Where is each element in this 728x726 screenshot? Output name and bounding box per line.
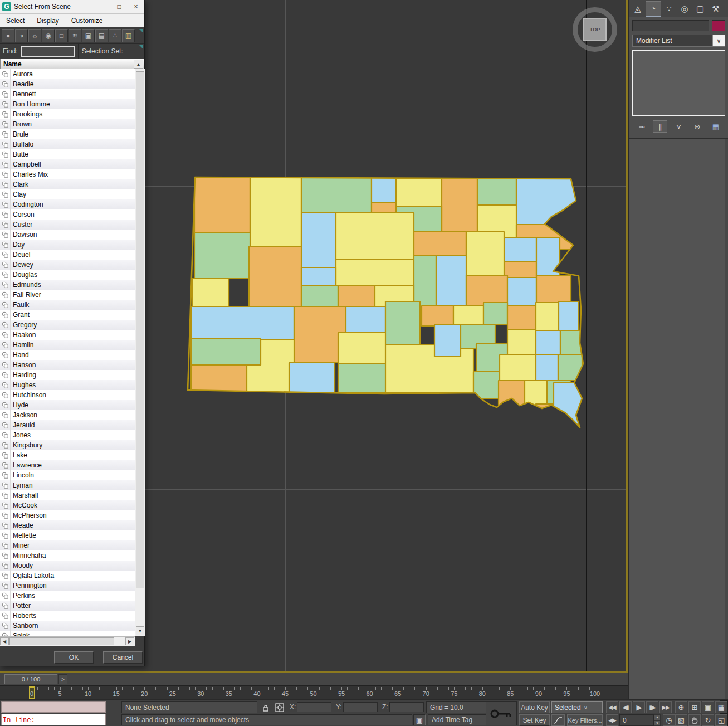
x-coordinate-field[interactable] [297,702,331,712]
vertical-scroll-thumb[interactable] [136,71,144,588]
scene-object-row[interactable]: Sanborn [0,621,135,631]
play-button[interactable]: ▶ [633,701,645,713]
scene-object-row[interactable]: Spink [0,631,135,636]
county-shape[interactable] [483,303,507,325]
scene-object-row[interactable]: Davison [0,230,135,240]
scene-object-row[interactable]: Hanson [0,360,135,370]
key-set-dropdown[interactable]: Selected ∨ [551,701,603,713]
county-shape[interactable] [191,365,247,392]
county-shape[interactable] [301,285,338,306]
scene-object-row[interactable]: Oglala Lakota [0,571,135,581]
menu-display[interactable]: Display [31,14,65,27]
scene-object-row[interactable]: Dewey [0,260,135,270]
tab-hierarchy[interactable]: ∵ [661,1,677,17]
tab-motion[interactable]: ◎ [677,1,692,17]
modifier-list-dropdown[interactable]: Modifier List ∨ [632,35,725,47]
display-shapes-icon[interactable]: ◑ [15,29,28,42]
minimize-button[interactable]: — [94,1,111,13]
find-input[interactable] [21,46,75,57]
scene-object-row[interactable]: Deuel [0,250,135,260]
chevron-down-icon[interactable]: ∨ [712,35,725,46]
name-column-header[interactable]: Name ▲ [0,59,144,69]
scene-object-row[interactable]: Hughes [0,380,135,390]
scene-object-row[interactable]: Clay [0,189,135,199]
scene-object-row[interactable]: Brule [0,129,135,139]
scene-object-row[interactable]: Beadle [0,79,135,89]
scroll-down-arrow[interactable]: ▼ [136,626,144,635]
key-filters-button[interactable]: Key Filters... [567,714,603,726]
south-dakota-county-map[interactable] [187,176,585,431]
county-shape[interactable] [559,301,579,332]
county-shape[interactable] [499,381,525,405]
county-shape[interactable] [466,232,504,275]
county-shape[interactable] [250,177,301,246]
set-key-button[interactable]: Set Key [519,714,550,726]
scene-object-row[interactable]: Roberts [0,611,135,621]
scene-object-row[interactable]: Minnehaha [0,550,135,561]
menu-customize[interactable]: Customize [65,14,109,27]
display-spacewarps-icon[interactable]: ≋ [69,29,81,42]
scene-object-row[interactable]: Custer [0,220,135,230]
scroll-left-arrow[interactable]: ◀ [0,637,9,645]
next-key-button[interactable]: > [58,674,67,684]
next-frame-button[interactable]: ▮▶ [646,701,658,713]
scene-object-row[interactable]: Perkins [0,591,135,601]
vertical-scrollbar[interactable]: ▼ [135,69,145,636]
county-shape[interactable] [477,177,516,205]
county-shape[interactable] [194,233,250,279]
county-shape[interactable] [436,255,466,306]
display-geometry-icon[interactable]: ● [2,29,14,42]
county-shape[interactable] [192,279,229,310]
display-groups-icon[interactable]: ▣ [82,29,95,42]
display-containers-icon[interactable]: ▥ [122,29,135,42]
scene-object-row[interactable]: Edmunds [0,280,135,290]
scene-object-row[interactable]: Lyman [0,480,135,490]
default-tangent-button[interactable] [551,714,565,726]
set-keys-button[interactable] [486,701,517,725]
previous-frame-button[interactable]: ◀▮ [619,701,632,713]
scene-object-row[interactable]: Pennington [0,581,135,591]
county-shape[interactable] [194,177,250,233]
scene-object-row[interactable]: Gregory [0,320,135,330]
auto-key-button[interactable]: Auto Key [519,701,550,713]
county-shape[interactable] [414,255,436,306]
scene-object-row[interactable]: Harding [0,370,135,380]
viewcube-top-face[interactable]: TOP [583,18,607,41]
scene-object-row[interactable]: Brown [0,119,135,129]
county-shape[interactable] [516,177,579,225]
tab-modify[interactable]: ◔ [646,1,661,17]
go-to-end-button[interactable]: ▶▶ [659,701,672,713]
maxscript-mini-listener[interactable] [1,701,106,713]
county-shape[interactable] [336,260,414,285]
scene-object-row[interactable]: Douglas [0,270,135,280]
selection-lock-icon[interactable] [261,703,271,713]
scroll-up-arrow[interactable]: ▲ [134,60,143,69]
remove-modifier-icon[interactable]: ⊝ [690,120,705,133]
scene-object-row[interactable]: Jackson [0,410,135,420]
scene-object-row[interactable]: Lawrence [0,460,135,470]
scene-object-row[interactable]: Jerauld [0,420,135,430]
zoom-all-button[interactable]: ⊞ [688,701,701,713]
scene-object-row[interactable]: McPherson [0,510,135,520]
scene-object-row[interactable]: Mellette [0,530,135,540]
county-shape[interactable] [442,177,477,236]
county-shape[interactable] [346,306,385,334]
maximize-viewport-button[interactable]: ◱ [715,714,727,726]
county-shape[interactable] [301,177,372,213]
current-frame-field[interactable]: 0 [619,714,654,726]
scene-object-row[interactable]: Moody [0,561,135,571]
time-tag-icon[interactable]: ▣ [413,714,426,725]
maximize-button[interactable]: □ [111,1,128,13]
y-coordinate-field[interactable] [343,702,378,712]
county-shape[interactable] [536,303,559,330]
zoom-extents-button[interactable]: ▣ [702,701,714,713]
scroll-right-arrow[interactable]: ▶ [125,637,134,645]
county-shape[interactable] [466,275,507,306]
time-configuration-button[interactable]: ◷ [663,714,675,726]
county-shape[interactable] [338,364,386,393]
modifier-stack[interactable] [632,50,725,116]
object-color-swatch[interactable] [712,20,725,31]
add-time-tag[interactable]: Add Time Tag [428,714,489,725]
scene-object-row[interactable]: Faulk [0,300,135,310]
county-shape[interactable] [558,355,582,381]
